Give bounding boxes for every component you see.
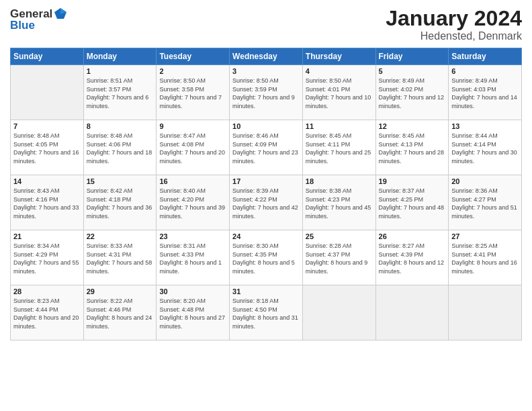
cell-info: Sunrise: 8:33 AMSunset: 4:31 PMDaylight:… [87,242,154,275]
cell-info: Sunrise: 8:49 AMSunset: 4:03 PMDaylight:… [451,77,519,110]
calendar-cell: 10Sunrise: 8:46 AMSunset: 4:09 PMDayligh… [230,120,303,175]
cell-info: Sunrise: 8:28 AMSunset: 4:37 PMDaylight:… [306,242,373,275]
calendar-week-row: 14Sunrise: 8:43 AMSunset: 4:16 PMDayligh… [11,175,522,230]
cell-info: Sunrise: 8:22 AMSunset: 4:46 PMDaylight:… [87,297,154,330]
calendar-cell: 17Sunrise: 8:39 AMSunset: 4:22 PMDayligh… [230,175,303,230]
day-number: 5 [379,67,446,75]
cell-info: Sunrise: 8:50 AMSunset: 3:58 PMDaylight:… [159,77,226,110]
day-number: 31 [232,287,300,295]
calendar-cell: 18Sunrise: 8:38 AMSunset: 4:23 PMDayligh… [302,175,375,230]
cell-info: Sunrise: 8:23 AMSunset: 4:44 PMDaylight:… [13,297,81,330]
cell-info: Sunrise: 8:30 AMSunset: 4:35 PMDaylight:… [232,242,300,275]
calendar-cell: 15Sunrise: 8:42 AMSunset: 4:18 PMDayligh… [83,175,157,230]
calendar-title: January 2024 [386,7,522,30]
calendar-page: General Blue January 2024 Hedensted, Den… [0,0,532,411]
calendar-cell [302,285,375,340]
col-sunday: Sunday [11,48,84,65]
day-number: 24 [232,232,300,240]
col-tuesday: Tuesday [157,48,230,65]
calendar-cell: 25Sunrise: 8:28 AMSunset: 4:37 PMDayligh… [302,230,375,285]
cell-info: Sunrise: 8:20 AMSunset: 4:48 PMDaylight:… [159,297,226,330]
cell-info: Sunrise: 8:48 AMSunset: 4:05 PMDaylight:… [13,132,81,165]
day-number: 28 [13,287,81,295]
calendar-cell: 31Sunrise: 8:18 AMSunset: 4:50 PMDayligh… [230,285,303,340]
calendar-cell [375,285,449,340]
col-thursday: Thursday [302,48,375,65]
cell-info: Sunrise: 8:43 AMSunset: 4:16 PMDaylight:… [13,187,81,220]
day-number: 23 [159,232,226,240]
calendar-cell: 2Sunrise: 8:50 AMSunset: 3:58 PMDaylight… [157,65,230,120]
day-number: 26 [379,232,446,240]
day-number: 10 [232,122,300,130]
calendar-cell: 22Sunrise: 8:33 AMSunset: 4:31 PMDayligh… [83,230,157,285]
calendar-cell: 16Sunrise: 8:40 AMSunset: 4:20 PMDayligh… [157,175,230,230]
calendar-cell: 8Sunrise: 8:48 AMSunset: 4:06 PMDaylight… [83,120,157,175]
cell-info: Sunrise: 8:39 AMSunset: 4:22 PMDaylight:… [232,187,300,220]
cell-info: Sunrise: 8:46 AMSunset: 4:09 PMDaylight:… [232,132,300,165]
day-number: 11 [306,122,373,130]
day-number: 8 [87,122,154,130]
day-number: 29 [87,287,154,295]
cell-info: Sunrise: 8:49 AMSunset: 4:02 PMDaylight:… [379,77,446,110]
day-number: 6 [451,67,519,75]
col-saturday: Saturday [449,48,522,65]
day-number: 2 [159,67,226,75]
calendar-subtitle: Hedensted, Denmark [386,30,522,42]
day-number: 1 [87,67,154,75]
calendar-week-row: 7Sunrise: 8:48 AMSunset: 4:05 PMDaylight… [11,120,522,175]
day-number: 7 [13,122,81,130]
calendar-cell: 29Sunrise: 8:22 AMSunset: 4:46 PMDayligh… [83,285,157,340]
cell-info: Sunrise: 8:50 AMSunset: 4:01 PMDaylight:… [306,77,373,110]
day-number: 4 [306,67,373,75]
day-number: 27 [451,232,519,240]
day-number: 15 [87,177,154,185]
calendar-cell: 1Sunrise: 8:51 AMSunset: 3:57 PMDaylight… [83,65,157,120]
cell-info: Sunrise: 8:50 AMSunset: 3:59 PMDaylight:… [232,77,300,110]
header: General Blue January 2024 Hedensted, Den… [10,7,522,42]
cell-info: Sunrise: 8:31 AMSunset: 4:33 PMDaylight:… [159,242,226,275]
col-friday: Friday [375,48,449,65]
calendar-week-row: 21Sunrise: 8:34 AMSunset: 4:29 PMDayligh… [11,230,522,285]
calendar-header-row: Sunday Monday Tuesday Wednesday Thursday… [11,48,522,65]
cell-info: Sunrise: 8:37 AMSunset: 4:25 PMDaylight:… [379,187,446,220]
day-number: 12 [379,122,446,130]
calendar-cell: 28Sunrise: 8:23 AMSunset: 4:44 PMDayligh… [11,285,84,340]
day-number: 17 [232,177,300,185]
day-number: 14 [13,177,81,185]
cell-info: Sunrise: 8:34 AMSunset: 4:29 PMDaylight:… [13,242,81,275]
day-number: 18 [306,177,373,185]
day-number: 22 [87,232,154,240]
calendar-cell [11,65,84,120]
logo: General Blue [10,7,68,32]
calendar-cell: 20Sunrise: 8:36 AMSunset: 4:27 PMDayligh… [449,175,522,230]
cell-info: Sunrise: 8:40 AMSunset: 4:20 PMDaylight:… [159,187,226,220]
cell-info: Sunrise: 8:42 AMSunset: 4:18 PMDaylight:… [87,187,154,220]
logo-blue: Blue [10,19,35,32]
day-number: 30 [159,287,226,295]
calendar-cell: 30Sunrise: 8:20 AMSunset: 4:48 PMDayligh… [157,285,230,340]
calendar-cell: 21Sunrise: 8:34 AMSunset: 4:29 PMDayligh… [11,230,84,285]
cell-info: Sunrise: 8:47 AMSunset: 4:08 PMDaylight:… [159,132,226,165]
calendar-cell: 13Sunrise: 8:44 AMSunset: 4:14 PMDayligh… [449,120,522,175]
day-number: 9 [159,122,226,130]
cell-info: Sunrise: 8:45 AMSunset: 4:11 PMDaylight:… [306,132,373,165]
calendar-week-row: 28Sunrise: 8:23 AMSunset: 4:44 PMDayligh… [11,285,522,340]
col-wednesday: Wednesday [230,48,303,65]
calendar-cell: 27Sunrise: 8:25 AMSunset: 4:41 PMDayligh… [449,230,522,285]
day-number: 25 [306,232,373,240]
cell-info: Sunrise: 8:36 AMSunset: 4:27 PMDaylight:… [451,187,519,220]
calendar-cell: 3Sunrise: 8:50 AMSunset: 3:59 PMDaylight… [230,65,303,120]
calendar-cell: 6Sunrise: 8:49 AMSunset: 4:03 PMDaylight… [449,65,522,120]
cell-info: Sunrise: 8:45 AMSunset: 4:13 PMDaylight:… [379,132,446,165]
calendar-cell: 14Sunrise: 8:43 AMSunset: 4:16 PMDayligh… [11,175,84,230]
calendar-cell: 5Sunrise: 8:49 AMSunset: 4:02 PMDaylight… [375,65,449,120]
calendar-cell: 12Sunrise: 8:45 AMSunset: 4:13 PMDayligh… [375,120,449,175]
cell-info: Sunrise: 8:48 AMSunset: 4:06 PMDaylight:… [87,132,154,165]
logo-flag-icon [53,7,68,21]
calendar-cell: 26Sunrise: 8:27 AMSunset: 4:39 PMDayligh… [375,230,449,285]
cell-info: Sunrise: 8:18 AMSunset: 4:50 PMDaylight:… [232,297,300,330]
calendar-cell: 9Sunrise: 8:47 AMSunset: 4:08 PMDaylight… [157,120,230,175]
calendar-cell: 19Sunrise: 8:37 AMSunset: 4:25 PMDayligh… [375,175,449,230]
calendar-cell: 11Sunrise: 8:45 AMSunset: 4:11 PMDayligh… [302,120,375,175]
calendar-cell: 7Sunrise: 8:48 AMSunset: 4:05 PMDaylight… [11,120,84,175]
